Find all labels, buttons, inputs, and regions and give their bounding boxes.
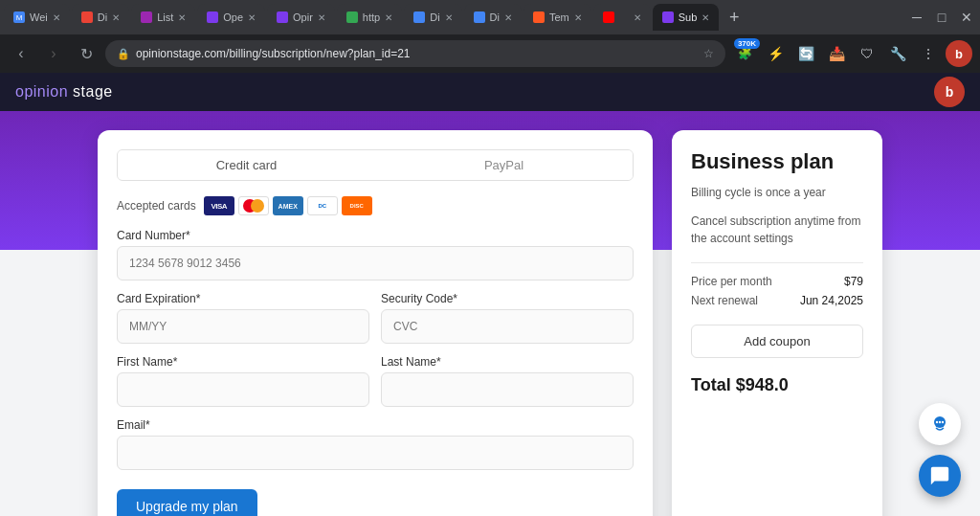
site-logo: opinion stage (15, 83, 113, 101)
plan-title: Business plan (691, 149, 863, 174)
tab-tem[interactable]: Tem ✕ (523, 4, 591, 31)
next-renewal-label: Next renewal (691, 294, 758, 307)
card-number-label: Card Number* (117, 229, 634, 242)
email-label: Email* (117, 418, 634, 432)
lock-icon: 🔒 (117, 48, 130, 60)
card-icons: VISA AMEX DC DISC (204, 196, 372, 215)
address-bar[interactable]: 🔒 opinionstage.com/billing/subscription/… (105, 40, 725, 67)
tab-bar: M Wei ✕ Di ✕ List ✕ Ope ✕ Opir ✕ http ✕ (0, 0, 980, 34)
chat-bot-bubble[interactable] (919, 403, 961, 445)
tab-close-icon[interactable]: ✕ (53, 12, 60, 23)
tab-close-icon[interactable]: ✕ (702, 12, 709, 23)
maximize-button[interactable]: □ (932, 8, 951, 27)
svg-point-2 (939, 421, 941, 423)
next-renewal-row: Next renewal Jun 24,2025 (691, 294, 863, 307)
card-expiration-input[interactable] (117, 309, 369, 344)
star-icon[interactable]: ☆ (703, 47, 714, 60)
main-area: Credit card PayPal Accepted cards VISA A… (78, 130, 902, 516)
visa-icon: VISA (204, 196, 234, 215)
tab-close-icon[interactable]: ✕ (248, 12, 256, 23)
last-name-label: Last Name* (381, 355, 634, 369)
card-number-input[interactable] (117, 246, 634, 280)
chat-support-bubble[interactable] (919, 455, 961, 497)
tab-http[interactable]: http ✕ (337, 4, 402, 31)
payment-form-card: Credit card PayPal Accepted cards VISA A… (98, 130, 653, 516)
email-input[interactable] (117, 436, 634, 470)
reload-button[interactable]: ↻ (73, 40, 100, 67)
header-profile-avatar[interactable]: b (934, 77, 965, 107)
profile-button[interactable]: b (946, 40, 972, 67)
security-code-label: Security Code* (381, 292, 634, 305)
add-coupon-button[interactable]: Add coupon (691, 325, 863, 358)
tab-paypal[interactable]: PayPal (375, 150, 633, 180)
name-row: First Name* Last Name* (117, 355, 634, 418)
window-controls: ─ □ ✕ (907, 8, 976, 27)
tab-close-icon[interactable]: ✕ (445, 12, 453, 23)
mastercard-icon (238, 196, 269, 215)
tab-close-icon[interactable]: ✕ (318, 12, 325, 23)
page-content: opinion stage b Credit card PayPal Accep… (0, 73, 980, 516)
address-bar-row: ‹ › ↻ 🔒 opinionstage.com/billing/subscri… (0, 34, 980, 73)
br-icon3[interactable]: 📥 (823, 40, 850, 67)
payment-tab-switcher: Credit card PayPal (117, 149, 634, 181)
browser-right-icons: 🧩 370K ⚡ 🔄 📥 🛡 🔧 ⋮ b (731, 40, 972, 67)
last-name-input[interactable] (381, 372, 634, 407)
back-button[interactable]: ‹ (8, 40, 34, 67)
extensions-icon[interactable]: 🧩 370K (731, 40, 758, 67)
browser-chrome: M Wei ✕ Di ✕ List ✕ Ope ✕ Opir ✕ http ✕ (0, 0, 980, 73)
br-icon6[interactable]: ⋮ (915, 40, 942, 67)
tab-close-icon[interactable]: ✕ (504, 12, 512, 23)
expiry-security-row: Card Expiration* Security Code* (117, 292, 634, 355)
tab-close-icon[interactable]: ✕ (634, 12, 641, 23)
tab-gmail[interactable]: M Wei ✕ (4, 4, 70, 31)
br-icon1[interactable]: ⚡ (762, 40, 789, 67)
plan-cancel-info: Cancel subscription anytime from the acc… (691, 213, 863, 247)
security-code-input[interactable] (381, 309, 634, 344)
close-button[interactable]: ✕ (957, 8, 976, 27)
tab-close-icon[interactable]: ✕ (574, 12, 582, 23)
plan-divider-1 (691, 262, 863, 263)
last-name-group: Last Name* (381, 355, 634, 407)
tab-close-icon[interactable]: ✕ (385, 12, 392, 23)
next-renewal-value: Jun 24,2025 (800, 294, 863, 307)
card-expiration-group: Card Expiration* (117, 292, 369, 344)
price-per-month-row: Price per month $79 (691, 275, 863, 288)
total-label: Total (691, 375, 736, 394)
tab-youtube[interactable]: ✕ (593, 4, 651, 31)
security-code-group: Security Code* (381, 292, 634, 344)
discover-icon: DISC (342, 196, 372, 215)
br-icon5[interactable]: 🔧 (884, 40, 911, 67)
address-bar-icons: ☆ (703, 47, 714, 60)
tab-ope1[interactable]: Ope ✕ (197, 4, 265, 31)
minimize-button[interactable]: ─ (907, 8, 926, 27)
accepted-cards-label: Accepted cards (117, 199, 196, 213)
upgrade-button[interactable]: Upgrade my plan (117, 489, 257, 516)
tab-credit-card[interactable]: Credit card (118, 150, 375, 180)
accepted-cards-row: Accepted cards VISA AMEX DC DISC (117, 196, 634, 215)
tab-di2[interactable]: Di ✕ (404, 4, 461, 31)
tab-close-icon[interactable]: ✕ (112, 12, 120, 23)
new-tab-button[interactable]: + (721, 4, 747, 31)
br-icon2[interactable]: 🔄 (792, 40, 819, 67)
price-per-month-label: Price per month (691, 275, 772, 288)
tab-opir[interactable]: Opir ✕ (267, 4, 335, 31)
plan-billing-cycle: Billing cycle is once a year (691, 184, 863, 201)
tab-di1[interactable]: Di ✕ (72, 4, 129, 31)
amex-icon: AMEX (273, 196, 303, 215)
email-group: Email* (117, 418, 634, 470)
svg-point-1 (936, 421, 938, 423)
first-name-input[interactable] (117, 372, 369, 407)
br-icon4[interactable]: 🛡 (854, 40, 880, 67)
plan-card: Business plan Billing cycle is once a ye… (672, 130, 882, 516)
tab-sub-active[interactable]: Sub ✕ (653, 4, 720, 31)
card-expiration-label: Card Expiration* (117, 292, 369, 305)
plan-total: Total $948.0 (691, 375, 863, 395)
first-name-label: First Name* (117, 355, 369, 369)
tab-list[interactable]: List ✕ (131, 4, 195, 31)
tab-close-icon[interactable]: ✕ (178, 12, 186, 23)
first-name-group: First Name* (117, 355, 369, 407)
diners-icon: DC (307, 196, 338, 215)
site-header: opinion stage b (0, 73, 980, 111)
tab-di3[interactable]: Di ✕ (464, 4, 522, 31)
forward-button[interactable]: › (40, 40, 67, 67)
